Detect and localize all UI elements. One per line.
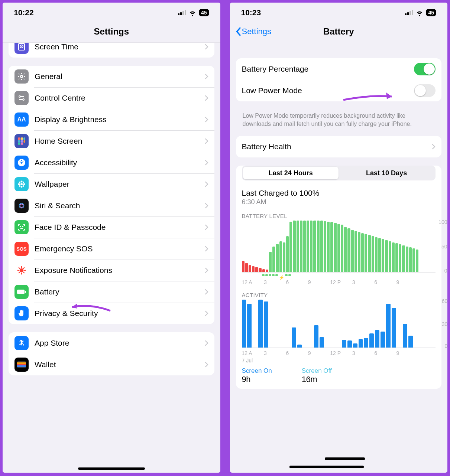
battery-scroll[interactable]: Battery Percentage Low Power Mode Low Po… (230, 43, 448, 473)
x-tick: 12 P (330, 279, 352, 285)
stat-label: Screen Off (302, 367, 332, 375)
row-label: Control Centre (35, 94, 205, 102)
battery-bar (320, 221, 323, 272)
chevron-right-icon (205, 117, 208, 123)
x-axis: 12 A36912 P369 (236, 348, 442, 356)
settings-row-grid[interactable]: Home Screen (9, 130, 214, 152)
settings-row-virus[interactable]: Exposure Notifications (9, 260, 214, 281)
settings-row-control[interactable]: Control Centre (9, 87, 214, 109)
svg-point-37 (24, 267, 25, 268)
svg-point-17 (21, 186, 23, 188)
battery-bar (341, 225, 343, 272)
battery-bar (368, 235, 370, 272)
battery-bar (297, 221, 299, 272)
y-tick: 100% (438, 219, 447, 225)
settings-row-appstore[interactable]: App Store (9, 332, 214, 354)
battery-bar (307, 221, 309, 272)
battery-percent-pill: 45 (199, 9, 209, 16)
settings-row-wallet[interactable]: Wallet (9, 354, 214, 375)
battery-health-row[interactable]: Battery Health (236, 136, 442, 157)
battery-bar (402, 245, 405, 272)
appstore-icon (14, 336, 29, 350)
last-charged-title: Last Charged to 100% (242, 189, 436, 198)
charging-track: ⚡ (242, 273, 436, 277)
chevron-right-icon (205, 246, 208, 252)
low-power-mode-switch[interactable] (414, 84, 436, 97)
y-tick: 50% (441, 244, 447, 250)
battery-bar (242, 261, 245, 273)
chevron-right-icon (432, 144, 436, 150)
battery-bar (395, 243, 398, 272)
chevron-right-icon (205, 267, 208, 273)
hand-icon (14, 306, 29, 320)
row-label: Display & Brightness (35, 115, 205, 124)
y-tick: 0% (444, 268, 447, 274)
settings-scroll[interactable]: Screen TimeGeneralControl CentreAADispla… (3, 43, 220, 473)
battery-bar (293, 221, 295, 272)
x-tick: 6 (374, 350, 396, 356)
activity-bar (258, 300, 263, 348)
x-tick: 6 (286, 350, 308, 356)
settings-row-hand[interactable]: Privacy & Security (9, 303, 214, 324)
activity-bar (364, 338, 368, 348)
settings-row-access[interactable]: Accessibility (9, 152, 214, 173)
stat-value: 16m (302, 375, 332, 384)
settings-row-flower[interactable]: Wallpaper (9, 173, 214, 195)
row-label: Home Screen (35, 137, 205, 146)
x-tick: 6 (286, 279, 308, 285)
svg-point-21 (23, 182, 24, 183)
face-icon (14, 220, 29, 234)
settings-screen: 10:22 45 Settings Screen TimeGeneralCont… (1, 1, 221, 474)
battery-bar (286, 236, 289, 272)
row-label: Battery (35, 287, 205, 296)
activity-bar (320, 337, 324, 348)
row-label: Low Power Mode (242, 86, 414, 95)
battery-percentage-switch[interactable] (414, 63, 436, 75)
battery-percentage-row[interactable]: Battery Percentage (236, 58, 442, 80)
svg-point-22 (19, 185, 20, 187)
chevron-right-icon (205, 340, 208, 346)
settings-row-face[interactable]: Face ID & Passcode (9, 216, 214, 238)
row-label: Wallet (35, 360, 205, 369)
x-tick: 9 (308, 350, 330, 356)
svg-point-4 (23, 99, 24, 100)
back-button[interactable]: Settings (235, 27, 272, 36)
wifi-icon (415, 9, 424, 17)
status-time: 10:22 (14, 8, 34, 17)
svg-point-18 (18, 183, 20, 185)
settings-row-siri[interactable]: Siri & Search (9, 195, 214, 216)
settings-row-aa[interactable]: AADisplay & Brightness (9, 109, 214, 130)
battery-percent-pill: 45 (426, 9, 436, 16)
segment-last-24h[interactable]: Last 24 Hours (243, 167, 339, 179)
screen-on-stat: Screen On 9h (242, 367, 272, 384)
row-label: Siri & Search (35, 201, 205, 210)
battery-bar (303, 221, 306, 272)
time-range-segmented[interactable]: Last 24 Hours Last 10 Days (242, 166, 436, 180)
activity-bar (347, 340, 352, 348)
battery-bar (385, 240, 388, 272)
battery-bar (372, 236, 374, 272)
svg-rect-6 (21, 137, 23, 140)
svg-point-3 (19, 96, 20, 97)
segment-last-10d[interactable]: Last 10 Days (339, 167, 434, 179)
settings-row-screen-time[interactable]: Screen Time (9, 43, 214, 58)
activity-bar (264, 301, 268, 348)
battery-bar (313, 221, 316, 272)
low-power-mode-row[interactable]: Low Power Mode (236, 80, 442, 101)
settings-row-gear[interactable]: General (9, 66, 214, 87)
battery-bar (406, 247, 408, 273)
settings-row-battery[interactable]: Battery (9, 281, 214, 303)
home-indicator[interactable] (78, 467, 145, 470)
row-label: Battery Percentage (242, 65, 414, 74)
screen-off-stat: Screen Off 16m (302, 367, 332, 384)
chevron-right-icon (205, 44, 208, 50)
chevron-right-icon (205, 181, 208, 187)
svg-point-34 (19, 267, 20, 268)
battery-icon (14, 285, 29, 299)
svg-point-20 (19, 182, 20, 183)
x-tick: 12 A (242, 350, 264, 356)
settings-row-sos[interactable]: SOSEmergency SOS (9, 238, 214, 260)
activity-bar (369, 333, 374, 348)
row-label: Wallpaper (35, 180, 205, 189)
row-label: App Store (35, 339, 205, 348)
